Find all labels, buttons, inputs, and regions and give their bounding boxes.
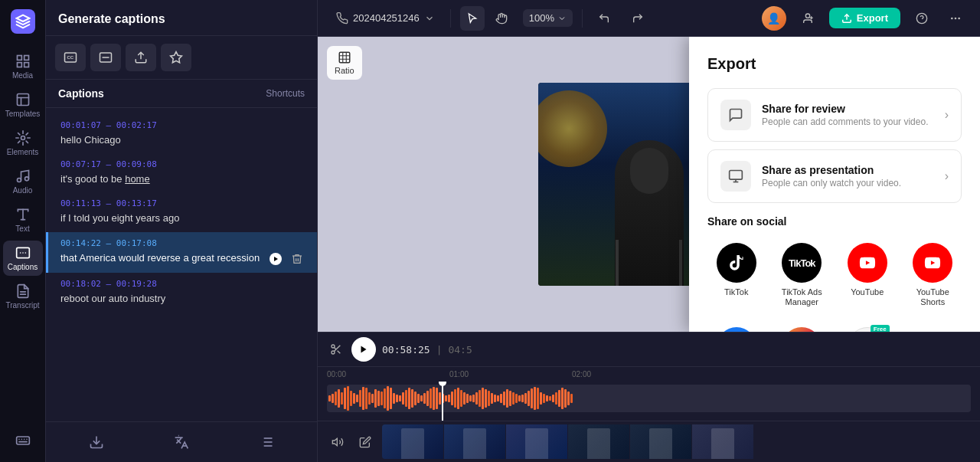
undo-button[interactable] (592, 6, 616, 31)
user-add-button[interactable] (795, 6, 820, 31)
timeline-bottom (318, 421, 980, 462)
hand-tool-button[interactable] (489, 6, 514, 31)
social-instagram[interactable]: Instagram (773, 321, 831, 332)
thumb-4 (568, 424, 629, 459)
svg-point-8 (17, 179, 21, 182)
youtube-shorts-label: YouTube Shorts (907, 287, 959, 307)
caption-text-5: reboot our auto industry (60, 292, 305, 306)
audio-track[interactable] (327, 385, 971, 412)
redo-button[interactable] (626, 6, 650, 31)
youtube-icon (848, 243, 887, 283)
panel-toolbar: CC (46, 36, 317, 80)
user-avatar[interactable]: 👤 (762, 6, 786, 31)
caption-text-1: hello Chicago (60, 133, 305, 147)
timeline-cut-button[interactable] (327, 340, 345, 359)
tiktok-ads-label: TikTok Ads Manager (776, 287, 828, 307)
play-caption-button[interactable] (268, 251, 283, 267)
svg-text:CC: CC (67, 55, 74, 60)
svg-marker-59 (332, 438, 337, 445)
svg-marker-58 (361, 346, 367, 353)
upload-tool-button[interactable] (126, 44, 156, 71)
zoom-chevron-icon (557, 14, 567, 23)
svg-rect-0 (17, 56, 21, 61)
caption-time-5: 00:18:02 – 00:19:28 (60, 279, 305, 289)
captions-header: Captions Shortcuts (46, 80, 317, 108)
canvas-area: Ratio Export (318, 37, 980, 332)
share-presentation-option[interactable]: Share as presentation People can only wa… (707, 149, 962, 203)
zoom-level: 100% (529, 12, 554, 24)
timeline-track-area (318, 382, 980, 421)
zoom-control[interactable]: 100% (523, 9, 573, 27)
caption-item-3[interactable]: 00:11:13 – 00:13:17 if I told you eight … (46, 192, 317, 231)
instagram-icon (782, 327, 822, 332)
captions-label: Captions (58, 87, 104, 100)
svg-rect-2 (17, 63, 21, 67)
volume-button[interactable] (327, 431, 348, 453)
edit-button[interactable] (354, 431, 376, 453)
ratio-label: Ratio (335, 66, 354, 75)
ratio-button[interactable]: Ratio (327, 46, 362, 80)
panel-bottom-toolbar (46, 421, 317, 462)
sidebar-item-captions[interactable]: Captions (3, 241, 43, 276)
sidebar-item-elements[interactable]: Elements (3, 126, 43, 161)
thumb-3 (506, 424, 567, 459)
svg-rect-15 (16, 437, 29, 444)
select-tool-button[interactable] (460, 6, 485, 31)
play-button[interactable] (351, 337, 376, 362)
sidebar-item-transcript[interactable]: Transcript (3, 279, 43, 314)
delete-caption-button[interactable] (289, 251, 305, 267)
free-badge: Free (871, 325, 890, 332)
video-thumbnails (382, 424, 971, 459)
caption-item-1[interactable]: 00:01:07 – 00:02:17 hello Chicago (46, 114, 317, 153)
share-presentation-text: Share as presentation People can only wa… (762, 164, 934, 188)
export-button[interactable]: Export (829, 8, 900, 28)
magic-tool-button[interactable] (161, 44, 191, 71)
thumb-6 (692, 424, 753, 459)
total-time: 04:5 (448, 344, 472, 356)
list-captions-button[interactable] (254, 430, 279, 454)
caption-item-5[interactable]: 00:18:02 – 00:19:28 reboot our auto indu… (46, 273, 317, 312)
caption-text-3: if I told you eight years ago (60, 211, 305, 225)
subtitle-tool-button[interactable] (90, 44, 121, 71)
svg-point-54 (332, 351, 335, 354)
share-presentation-icon (720, 161, 751, 192)
social-tiktok-ads[interactable]: TikTok TikTok Ads Manager (773, 237, 831, 313)
social-tiktok[interactable]: TikTok (707, 237, 766, 313)
export-panel-title: Export (707, 55, 962, 73)
sidebar-item-audio[interactable]: Audio (3, 164, 43, 199)
social-youtube-shorts[interactable]: YouTube Shorts (904, 237, 962, 313)
svg-rect-40 (730, 171, 743, 180)
svg-rect-39 (339, 52, 350, 63)
share-review-option[interactable]: Share for review People can add comments… (707, 88, 962, 142)
sidebar-item-text[interactable]: Text (3, 202, 43, 238)
youtube-label: YouTube (851, 287, 884, 297)
more-options-button[interactable] (943, 6, 968, 31)
playhead[interactable] (442, 382, 443, 421)
export-panel: Export Share for review People can add c… (689, 37, 980, 332)
cc-tool-button[interactable]: CC (55, 44, 86, 71)
ruler-mark-0: 00:00 (327, 370, 449, 378)
file-name[interactable]: 202404251246 (330, 9, 441, 28)
shortcuts-link[interactable]: Shortcuts (266, 88, 305, 99)
sidebar-item-media[interactable]: Media (3, 49, 43, 84)
caption-item-2[interactable]: 00:07:17 – 00:09:08 it's good to be home (46, 153, 317, 192)
social-youtube[interactable]: YouTube (838, 237, 897, 313)
sidebar-item-keyboard[interactable] (3, 428, 43, 453)
caption-text-2: it's good to be home (60, 172, 305, 186)
svg-point-38 (959, 18, 959, 18)
social-schedule[interactable]: Free Schedule (838, 321, 897, 332)
svg-point-7 (21, 136, 24, 140)
svg-marker-21 (171, 52, 182, 63)
caption-item-4[interactable]: 00:14:22 – 00:17:08 that America would r… (46, 232, 317, 273)
caption-time-2: 00:07:17 – 00:09:08 (60, 159, 305, 169)
share-social-label: Share on social (707, 215, 962, 228)
sidebar-item-templates[interactable]: Templates (3, 87, 43, 123)
thumb-5 (630, 424, 691, 459)
translate-captions-button[interactable] (169, 430, 194, 454)
thumb-1 (382, 424, 443, 459)
svg-point-30 (805, 14, 809, 18)
help-button[interactable] (910, 6, 934, 31)
download-captions-button[interactable] (84, 430, 109, 454)
app-logo[interactable] (11, 9, 35, 34)
social-facebook[interactable]: Facebook (707, 321, 766, 332)
